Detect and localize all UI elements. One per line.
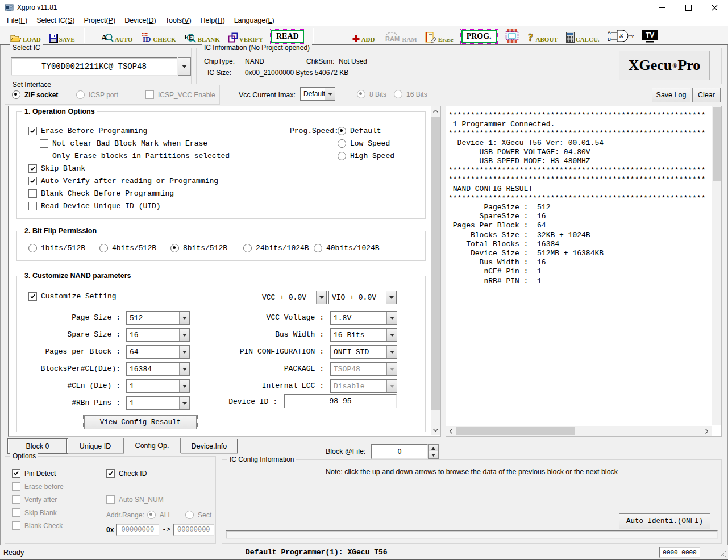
toolbar-erase-button[interactable]: Erase	[425, 28, 454, 43]
minimize-button[interactable]	[649, 0, 675, 15]
svg-text:A: A	[608, 30, 611, 35]
dropdown-value: Disable	[331, 380, 386, 392]
scrollbar-thumb[interactable]	[456, 427, 575, 435]
chip-type-value: NAND	[245, 57, 264, 65]
select-ic-dropdown-button[interactable]	[178, 57, 191, 76]
window-title: Xgpro v11.81	[17, 3, 57, 11]
toolbar-about-button[interactable]: ?ABOUT	[527, 28, 558, 43]
vio-offset-dropdown[interactable]: VIO + 0.0V	[328, 291, 397, 304]
toolbar-read-button[interactable]: READ	[271, 28, 304, 43]
bitflip-1bits-512B[interactable]: 1bits/512B	[28, 244, 85, 252]
maximize-button[interactable]	[675, 0, 701, 15]
selected-ic-box[interactable]: TY00D0021211KC@ TSOP48	[11, 57, 177, 76]
bitflip-40bits-1024B[interactable]: 40bits/1024B	[314, 244, 380, 252]
menu-item-help[interactable]: Help(H)	[196, 16, 230, 25]
menu-item-language[interactable]: Language(L)	[230, 16, 279, 25]
options-checkbox-erase-before: Erase before	[12, 482, 64, 491]
scroll-up-button[interactable]	[431, 106, 440, 116]
radio-icon	[314, 244, 322, 252]
auto-identify-button[interactable]: Auto Identi.(ONFI)	[619, 513, 710, 529]
menu-item-project[interactable]: Project(P)	[80, 16, 120, 25]
customize-setting-checkbox[interactable]: Customize Setting	[28, 292, 117, 301]
scrollbar-thumb[interactable]	[431, 117, 440, 410]
save-log-button[interactable]: Save Log	[652, 88, 690, 102]
tab-config-op[interactable]: Config Op.	[123, 438, 181, 453]
menu-item-tools[interactable]: Tools(V)	[161, 16, 196, 25]
prog-speed-default[interactable]: Default	[338, 127, 381, 135]
tab-device-info[interactable]: Device.Info	[181, 439, 238, 453]
view-config-result-button[interactable]: View Config Resault	[84, 415, 197, 429]
toolbar-check-button[interactable]: IDCHECK	[140, 28, 176, 43]
op-checkbox-skip-blank[interactable]: Skip Blank	[28, 164, 85, 173]
op-checkbox-erase-before-programming[interactable]: Erase Before Programming	[28, 127, 147, 135]
chevron-down-icon	[386, 291, 396, 304]
svg-text:A: A	[101, 33, 107, 42]
toolbar-calcu-button[interactable]: CALCU.	[566, 28, 600, 43]
close-button[interactable]	[701, 0, 727, 15]
vcc-offset-dropdown[interactable]: VCC + 0.0V	[259, 291, 327, 304]
calculator-icon	[566, 32, 575, 43]
log-vscrollbar[interactable]	[712, 106, 721, 425]
block-at-file-input[interactable]: 0	[371, 444, 428, 459]
scroll-down-button[interactable]	[431, 425, 440, 435]
toolbar-auto-button[interactable]: AAUTO	[101, 28, 133, 43]
nand-right-dropdown-0[interactable]: 1.8V	[330, 311, 397, 325]
nand-right-label-1: Bus Width :	[210, 330, 324, 339]
bitflip-8bits-512B[interactable]: 8bits/512B	[170, 244, 227, 252]
toolbar-verify-button[interactable]: VERIFY	[228, 28, 263, 43]
nand-left-dropdown-3[interactable]: 16384	[126, 362, 190, 376]
bitflip-4bits-512B[interactable]: 4bits/512B	[99, 244, 156, 252]
nand-left-dropdown-4[interactable]: 1	[126, 379, 190, 393]
nand-left-label-0: Page Size :	[27, 313, 120, 322]
nand-right-dropdown-1[interactable]: 16 Bits	[330, 328, 397, 342]
op-checkbox-not-clear-bad-block-mark-when-erase[interactable]: Not clear Bad Block Mark when Erase	[40, 139, 207, 148]
log-hscrollbar[interactable]	[446, 426, 712, 436]
zif-socket-radio[interactable]: ZIF socket	[12, 90, 58, 99]
hex-arrow: ->	[162, 526, 170, 534]
clear-button[interactable]: Clear	[692, 88, 721, 102]
op-checkbox-only-erase-blocks-in-partitions-selected[interactable]: Only Erase blocks in Partitions selected	[40, 152, 230, 160]
scrollbar-thumb[interactable]	[713, 107, 721, 181]
toolbar-label: CHECK	[153, 36, 176, 43]
menu-item-file[interactable]: File(F)	[2, 16, 32, 25]
bitflip-24bits-1024B[interactable]: 24bits/1024B	[243, 244, 309, 252]
toolbar-chip-button[interactable]	[505, 28, 519, 43]
toolbar-add-button[interactable]: ADD	[352, 28, 375, 43]
toolbar-save-button[interactable]: SAVE	[49, 28, 75, 43]
tab-unique-id[interactable]: Unique ID	[67, 439, 123, 453]
op-checkbox-auto-verify-after-reading-or-programming[interactable]: Auto Verify after reading or Programming	[28, 177, 218, 185]
checkbox-label: Verify after	[24, 496, 57, 504]
nand-left-dropdown-0[interactable]: 512	[126, 311, 190, 325]
nand-right-dropdown-2[interactable]: ONFI STD	[330, 345, 397, 359]
block-spin-down-button[interactable]	[428, 451, 439, 459]
options-checkbox-check-id[interactable]: Check ID	[106, 469, 147, 478]
config-panel-scrollbar[interactable]	[431, 106, 440, 435]
scroll-left-button[interactable]	[446, 426, 456, 436]
nand-right-dropdown-3: TSOP48	[330, 362, 397, 376]
menu-item-select-ic[interactable]: Select IC(S)	[32, 16, 79, 25]
select-ic-groupbox: Select IC TY00D0021211KC@ TSOP48	[5, 48, 192, 84]
vcc-imax-dropdown[interactable]: Default	[300, 87, 335, 101]
device-id-input[interactable]: 98 95	[284, 394, 397, 408]
op-checkbox-blank-check-before-programming[interactable]: Blank Check Before Programming	[28, 189, 174, 198]
toolbar-tv-button[interactable]: TV	[642, 28, 659, 43]
addr-from-input: 00000000	[116, 524, 159, 536]
toolbar-gate-button[interactable]: AB&Y	[608, 28, 634, 43]
tab-block-0[interactable]: Block 0	[8, 439, 67, 453]
prog-speed-low-speed[interactable]: Low Speed	[338, 139, 390, 148]
checkbox-icon	[12, 482, 20, 491]
toolbar-load-button[interactable]: LOAD	[10, 28, 41, 43]
resize-grip-icon[interactable]	[719, 550, 727, 558]
scroll-right-button[interactable]	[702, 426, 712, 436]
prog-speed-high-speed[interactable]: High Speed	[338, 152, 394, 160]
nand-left-dropdown-2[interactable]: 64	[126, 345, 190, 359]
toolbar-blank-button[interactable]: FEBLANK	[184, 28, 220, 43]
menu-item-device[interactable]: Device(D)	[120, 16, 161, 25]
toolbar-prog-button[interactable]: PROG.	[461, 28, 497, 43]
options-checkbox-pin-detect[interactable]: Pin Detect	[12, 469, 56, 478]
chevron-down-icon	[386, 329, 397, 341]
toolbar-label: BLANK	[198, 36, 220, 43]
nand-left-dropdown-1[interactable]: 16	[126, 328, 190, 342]
radio-icon	[28, 244, 37, 252]
op-checkbox-read-device-unique-id-uid[interactable]: Read Device Unique ID (UID)	[28, 202, 161, 210]
